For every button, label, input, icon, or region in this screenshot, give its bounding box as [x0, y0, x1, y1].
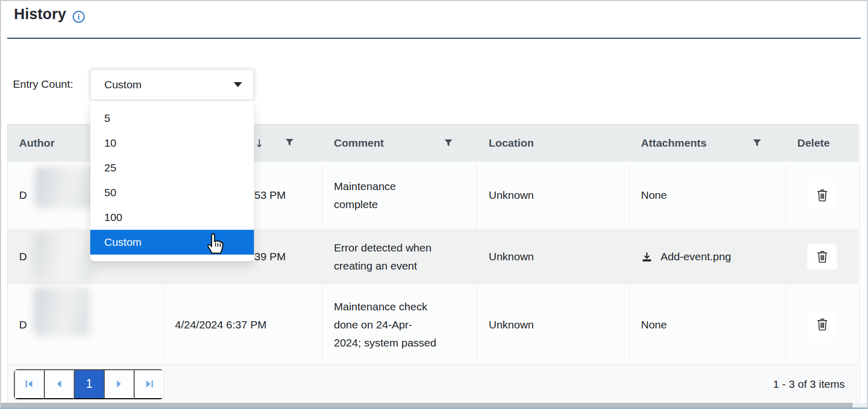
column-header-author-label: Author	[19, 137, 55, 149]
entry-count-select[interactable]: Custom	[90, 69, 254, 100]
delete-row-button[interactable]	[807, 312, 837, 338]
column-header-delete: Delete	[786, 124, 858, 162]
previous-page-button[interactable]	[44, 369, 74, 399]
cell-comment: Maintenance complete	[323, 162, 477, 229]
items-count-summary: 1 - 3 of 3 items	[773, 378, 858, 390]
last-page-icon	[144, 379, 154, 389]
column-header-location-label: Location	[489, 137, 534, 149]
cell-attachments: Add-event.png	[630, 229, 786, 285]
next-page-button[interactable]	[104, 369, 134, 399]
column-header-attachments[interactable]: Attachments	[630, 124, 786, 162]
last-page-button[interactable]	[134, 369, 164, 399]
trash-icon	[816, 318, 829, 332]
first-page-icon	[24, 379, 34, 389]
entry-count-option-10[interactable]: 10	[90, 131, 254, 155]
cell-comment: Error detected when creating an event	[323, 229, 477, 285]
pagination-bar: 1 1 - 3 of 3 items	[8, 365, 858, 403]
chevron-down-icon	[234, 82, 242, 87]
cell-delete	[786, 229, 858, 285]
column-header-attachments-label: Attachments	[641, 137, 706, 149]
redacted-author-name	[34, 287, 90, 336]
entry-count-selected-value: Custom	[104, 78, 141, 91]
entry-count-option-100[interactable]: 100	[90, 205, 254, 230]
header-divider	[7, 38, 861, 39]
attachment-filename: Add-event.png	[661, 250, 731, 263]
cell-delete	[786, 162, 858, 229]
cell-location: Unknown	[477, 162, 630, 229]
page-1-button[interactable]: 1	[74, 369, 104, 399]
entry-count-option-25[interactable]: 25	[90, 155, 254, 180]
redacted-author-name	[34, 233, 94, 280]
download-icon	[641, 251, 653, 263]
entry-count-label: Entry Count:	[13, 78, 73, 90]
delete-row-button[interactable]	[807, 182, 837, 208]
cell-comment: Maintenance check done on 24-Apr-2024; s…	[323, 285, 477, 365]
entry-count-dropdown: 5 10 25 50 100 Custom	[90, 101, 254, 261]
trash-icon	[816, 188, 829, 202]
column-header-comment-label: Comment	[334, 137, 384, 149]
cell-delete	[786, 285, 858, 365]
first-page-button[interactable]	[14, 369, 44, 399]
entry-count-option-50[interactable]: 50	[90, 180, 254, 205]
trash-icon	[816, 250, 829, 264]
pagination-buttons: 1	[13, 369, 164, 400]
entry-count-option-5[interactable]: 5	[90, 106, 254, 131]
filter-icon[interactable]	[285, 137, 294, 149]
sort-descending-icon[interactable]	[255, 138, 263, 149]
filter-icon[interactable]	[444, 139, 453, 147]
scrollbar-thumb[interactable]	[1, 403, 853, 407]
attachment-link[interactable]: Add-event.png	[641, 250, 731, 263]
horizontal-scrollbar[interactable]	[1, 403, 867, 407]
next-page-icon	[114, 379, 124, 389]
page-title: History	[14, 6, 66, 23]
history-page: History Entry Count: Custom 5 10 25 50 1…	[0, 0, 868, 409]
info-icon[interactable]	[73, 11, 85, 23]
entry-count-option-custom[interactable]: Custom	[90, 230, 254, 255]
redacted-author-name	[35, 167, 98, 208]
cell-location: Unknown	[477, 285, 630, 365]
cell-date: 4/24/2024 6:37 PM	[164, 285, 323, 365]
column-header-location[interactable]: Location	[477, 124, 630, 162]
cell-author: D	[8, 285, 164, 365]
column-header-comment[interactable]: Comment	[323, 124, 477, 162]
column-header-delete-label: Delete	[797, 137, 830, 149]
delete-row-button[interactable]	[807, 244, 837, 270]
cell-location: Unknown	[477, 229, 630, 285]
filter-icon[interactable]	[752, 139, 762, 147]
cell-attachments: None	[630, 162, 786, 229]
previous-page-icon	[54, 379, 64, 389]
cell-attachments: None	[630, 285, 786, 365]
